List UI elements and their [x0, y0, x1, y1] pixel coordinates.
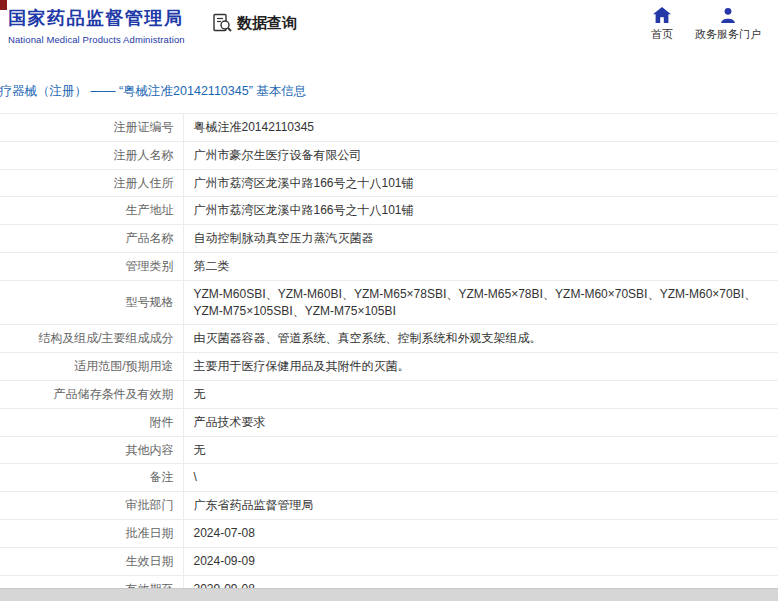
row-value: 2024-09-09 [183, 547, 778, 575]
row-value: 广州市豪尔生医疗设备有限公司 [183, 141, 778, 169]
row-label: 结构及组成/主要组成成分 [0, 325, 183, 353]
logo-title: 国家药品监督管理局 [8, 6, 185, 30]
row-label-text: 注册证编号 [114, 120, 174, 134]
row-value: 广州市荔湾区龙溪中路166号之十八101铺 [183, 169, 778, 197]
corner-mark [0, 0, 7, 10]
breadcrumb: 医疗器械（注册） —— “粤械注准20142110345” 基本信息 [0, 83, 778, 113]
row-label-text: 生效日期 [126, 554, 174, 568]
row-value: 主要用于医疗保健用品及其附件的灭菌。 [183, 353, 778, 381]
info-table: 注册证编号 粤械注准20142110345 注册人名称 广州市豪尔生医疗设备有限… [0, 113, 778, 601]
table-row: 注册证编号 粤械注准20142110345 [0, 114, 778, 142]
table-row: 型号规格 YZM-M60SBⅠ、YZM-M60BⅠ、YZM-M65×78SBⅠ、… [0, 280, 778, 325]
search-doc-icon [212, 13, 232, 33]
row-label: 附件 [0, 408, 183, 436]
row-label: 审批部门 [0, 492, 183, 520]
table-row: 适用范围/预期用途 主要用于医疗保健用品及其附件的灭菌。 [0, 353, 778, 381]
row-label-text: 管理类别 [126, 259, 174, 273]
nav-portal[interactable]: 政务服务门户 [694, 7, 762, 42]
row-label-text: 适用范围/预期用途 [74, 359, 173, 373]
row-value: \ [183, 464, 778, 492]
nav-home[interactable]: 首页 [646, 7, 678, 42]
row-label: 管理类别 [0, 252, 183, 280]
row-label-text: 型号规格 [126, 295, 174, 309]
row-label-text: 结构及组成/主要组成成分 [38, 331, 173, 345]
table-row: 结构及组成/主要组成成分 由灭菌器容器、管道系统、真空系统、控制系统和外观支架组… [0, 325, 778, 353]
site-header: 国家药品监督管理局 National Medical Products Admi… [0, 0, 778, 62]
row-value: 第二类 [183, 252, 778, 280]
row-label-text: 注册人住所 [114, 176, 174, 190]
row-value: YZM-M60SBⅠ、YZM-M60BⅠ、YZM-M65×78SBⅠ、YZM-M… [183, 280, 778, 325]
info-table-body: 注册证编号 粤械注准20142110345 注册人名称 广州市豪尔生医疗设备有限… [0, 114, 778, 601]
row-label-text: 备注 [150, 470, 174, 484]
table-row: 产品储存条件及有效期 无 [0, 380, 778, 408]
table-row: 批准日期 2024-07-08 [0, 519, 778, 547]
user-icon [694, 7, 762, 24]
footer-bar [0, 588, 778, 601]
site-logo[interactable]: 国家药品监督管理局 National Medical Products Admi… [8, 6, 185, 45]
row-value: 产品技术要求 [183, 408, 778, 436]
nav-home-label: 首页 [646, 27, 678, 42]
home-icon [646, 7, 678, 24]
page: 国家药品监督管理局 National Medical Products Admi… [0, 0, 778, 601]
data-query-label: 数据查询 [237, 14, 297, 33]
row-label: 注册人住所 [0, 169, 183, 197]
row-label: 备注 [0, 464, 183, 492]
row-value: 无 [183, 436, 778, 464]
row-label: 产品储存条件及有效期 [0, 380, 183, 408]
row-value: 粤械注准20142110345 [183, 114, 778, 142]
table-row: 其他内容 无 [0, 436, 778, 464]
logo-subtitle: National Medical Products Administration [8, 34, 185, 45]
table-row: 审批部门 广东省药品监督管理局 [0, 492, 778, 520]
row-label-text: 注册人名称 [114, 148, 174, 162]
table-row: 管理类别 第二类 [0, 252, 778, 280]
row-label-text: 生产地址 [126, 203, 174, 217]
row-value: 由灭菌器容器、管道系统、真空系统、控制系统和外观支架组成。 [183, 325, 778, 353]
row-value: 广东省药品监督管理局 [183, 492, 778, 520]
table-row: 注册人住所 广州市荔湾区龙溪中路166号之十八101铺 [0, 169, 778, 197]
row-label-text: 产品储存条件及有效期 [54, 387, 174, 401]
row-label: 生产地址 [0, 197, 183, 225]
row-value: 广州市荔湾区龙溪中路166号之十八101铺 [183, 197, 778, 225]
table-row: 生效日期 2024-09-09 [0, 547, 778, 575]
row-label: 批准日期 [0, 519, 183, 547]
row-label: 适用范围/预期用途 [0, 353, 183, 381]
row-label-text: 附件 [150, 415, 174, 429]
data-query-section[interactable]: 数据查询 [212, 13, 297, 33]
row-label-text: 其他内容 [126, 443, 174, 457]
table-row: 附件 产品技术要求 [0, 408, 778, 436]
row-label: 产品名称 [0, 225, 183, 253]
row-label-text: 审批部门 [126, 498, 174, 512]
row-value: 2024-07-08 [183, 519, 778, 547]
row-label-text: 批准日期 [126, 526, 174, 540]
table-row: 产品名称 自动控制脉动真空压力蒸汽灭菌器 [0, 225, 778, 253]
nav-portal-label: 政务服务门户 [694, 27, 762, 42]
row-label: 型号规格 [0, 280, 183, 325]
row-label: 注册证编号 [0, 114, 183, 142]
table-row: 注册人名称 广州市豪尔生医疗设备有限公司 [0, 141, 778, 169]
row-label: 其他内容 [0, 436, 183, 464]
table-row: 生产地址 广州市荔湾区龙溪中路166号之十八101铺 [0, 197, 778, 225]
row-value: 无 [183, 380, 778, 408]
row-label: 注册人名称 [0, 141, 183, 169]
row-value: 自动控制脉动真空压力蒸汽灭菌器 [183, 225, 778, 253]
table-row: 备注 \ [0, 464, 778, 492]
row-label-text: 产品名称 [126, 231, 174, 245]
row-label: 生效日期 [0, 547, 183, 575]
